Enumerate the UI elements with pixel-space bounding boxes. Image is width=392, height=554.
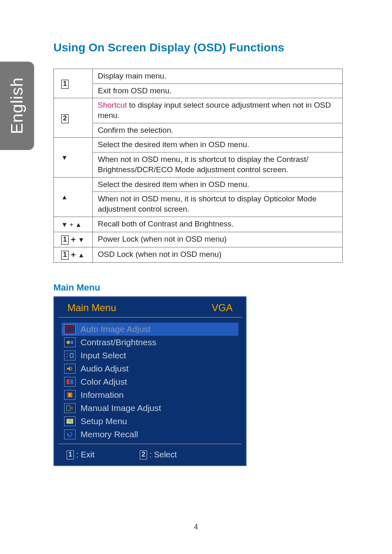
key-cell: ▼ (54, 138, 93, 177)
table-row: ▲ Select the desired item when in OSD me… (54, 177, 343, 192)
down-arrow-icon: ▼ (78, 236, 85, 243)
osd-item-label: Manual Image Adjust (81, 403, 161, 413)
svg-rect-6 (67, 353, 68, 355)
osd-item-information[interactable]: i Information (62, 388, 238, 402)
osd-exit-label: : Exit (74, 450, 95, 459)
osd-main-menu: Main Menu VGA Auto Image Adjust Contrast… (53, 296, 247, 466)
svg-rect-5 (70, 353, 73, 358)
contrast-brightness-icon (64, 337, 76, 347)
desc-cell: When not in OSD menu, it is shortcut to … (93, 152, 343, 177)
language-tab: English (0, 62, 34, 150)
osd-item-label: Memory Recall (81, 429, 138, 439)
table-row: Exit from OSD menu. (54, 83, 343, 98)
svg-rect-12 (67, 406, 70, 411)
key-cell: 1 + ▼ (54, 232, 93, 247)
svg-rect-7 (67, 356, 68, 358)
osd-header: Main Menu VGA (54, 297, 246, 317)
table-row: When not in OSD menu, it is shortcut to … (54, 192, 343, 217)
svg-rect-9 (70, 379, 73, 384)
osd-item-memory-recall[interactable]: Memory Recall (62, 428, 238, 441)
osd-item-label: Setup Menu (81, 416, 127, 426)
osd-divider (58, 443, 242, 444)
up-arrow-icon: ▲ (78, 252, 85, 259)
table-row: When not in OSD menu, it is shortcut to … (54, 152, 343, 177)
svg-point-3 (67, 341, 70, 344)
audio-adjust-icon (64, 364, 76, 374)
osd-item-auto-image-adjust[interactable]: Auto Image Adjust (62, 323, 238, 336)
osd-item-contrast-brightness[interactable]: Contrast/Brightness (62, 336, 238, 349)
osd-item-label: Information (81, 390, 124, 400)
down-arrow-icon: ▼ (61, 154, 68, 161)
key-cell: 1 + ▲ (54, 247, 93, 262)
osd-title: Main Menu (67, 302, 116, 314)
osd-exit-hint: 1 : Exit (67, 450, 95, 460)
svg-text:i: i (69, 393, 71, 397)
down-up-combo-icon: ▼ + ▲ (61, 221, 82, 228)
osd-item-color-adjust[interactable]: Color Adjust (62, 375, 238, 388)
manual-image-adjust-icon (64, 403, 76, 413)
key-cell: 1 (54, 69, 93, 98)
key-2-icon: 2 (61, 114, 69, 123)
osd-item-label: Contrast/Brightness (81, 337, 156, 347)
key-1-icon: 1 (61, 251, 69, 260)
osd-item-setup-menu[interactable]: Setup Menu (62, 415, 238, 428)
page-title: Using On Screen Display (OSD) Functions (53, 41, 343, 54)
table-row: 1 + ▼ Power Lock (when not in OSD menu) (54, 232, 343, 247)
osd-item-list: Auto Image Adjust Contrast/Brightness In… (54, 320, 246, 443)
shortcut-word: Shortcut (98, 101, 127, 109)
desc-cell: Confirm the selection. (93, 123, 343, 138)
memory-recall-icon (64, 429, 76, 439)
osd-item-label: Audio Adjust (81, 364, 129, 374)
page-number: 4 (0, 523, 392, 531)
osd-source-label: VGA (212, 302, 233, 314)
osd-item-manual-image-adjust[interactable]: Manual Image Adjust (62, 402, 238, 415)
table-row: ▼ Select the desired item when in OSD me… (54, 138, 343, 152)
key-cell: ▲ (54, 177, 93, 217)
svg-rect-0 (66, 326, 74, 332)
input-select-icon (64, 351, 76, 360)
desc-cell: Exit from OSD menu. (93, 83, 343, 98)
table-row: 1 + ▲ OSD Lock (when not in OSD menu) (54, 247, 343, 262)
svg-rect-4 (71, 341, 73, 344)
table-row: Confirm the selection. (54, 123, 343, 138)
desc-cell: OSD Lock (when not in OSD menu) (93, 247, 343, 262)
page-content: Using On Screen Display (OSD) Functions … (53, 41, 343, 466)
color-adjust-icon (64, 377, 76, 387)
desc-cell: When not in OSD menu, it is shortcut to … (93, 192, 343, 217)
table-row: ▼ + ▲ Recall both of Contrast and Bright… (54, 217, 343, 232)
desc-cell: Power Lock (when not in OSD menu) (93, 232, 343, 247)
desc-cell: Select the desired item when in OSD menu… (93, 177, 343, 192)
osd-item-label: Input Select (81, 351, 126, 360)
desc-cell: Select the desired item when in OSD menu… (93, 138, 343, 152)
key-1-icon: 1 (61, 80, 69, 89)
osd-footer: 1 : Exit 2 : Select (54, 447, 246, 465)
section-title: Main Menu (53, 282, 343, 293)
key-cell: ▼ + ▲ (54, 217, 93, 232)
osd-item-input-select[interactable]: Input Select (62, 349, 238, 362)
key-1-icon: 1 (67, 450, 74, 459)
osd-item-audio-adjust[interactable]: Audio Adjust (62, 362, 238, 375)
osd-select-label: : Select (147, 450, 177, 459)
key-cell: 2 (54, 98, 93, 138)
language-tab-label: English (8, 77, 26, 134)
osd-item-label: Color Adjust (81, 377, 127, 387)
desc-text: to display input select source adjustmen… (98, 101, 331, 120)
osd-divider (58, 317, 242, 318)
up-arrow-icon: ▲ (61, 194, 68, 201)
svg-rect-8 (67, 379, 69, 384)
table-row: 2 Shortcut to display input select sourc… (54, 98, 343, 123)
setup-menu-icon (64, 416, 76, 426)
osd-item-label: Auto Image Adjust (81, 324, 150, 334)
key-2-icon: 2 (140, 450, 147, 459)
key-1-icon: 1 (61, 235, 69, 245)
information-icon: i (64, 390, 76, 400)
osd-functions-table: 1 Display main menu. Exit from OSD menu.… (53, 69, 343, 263)
desc-cell: Recall both of Contrast and Brightness. (93, 217, 343, 232)
osd-select-hint: 2 : Select (140, 450, 177, 460)
table-row: 1 Display main menu. (54, 69, 343, 84)
desc-cell: Shortcut to display input select source … (93, 98, 343, 123)
auto-image-adjust-icon (64, 324, 76, 334)
desc-cell: Display main menu. (93, 69, 343, 84)
